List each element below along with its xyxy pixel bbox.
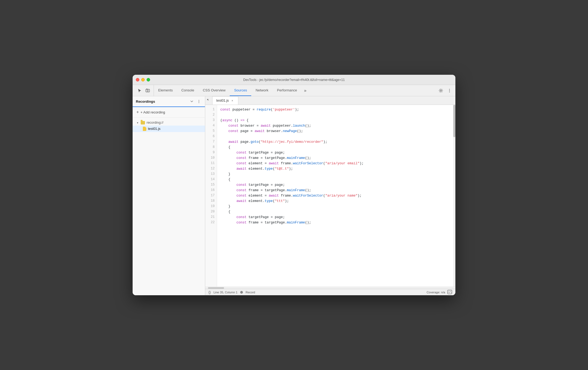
tab-css-overview[interactable]: CSS Overview [199, 85, 230, 96]
code-line-5: const page = await browser.newPage(); [220, 129, 455, 134]
horizontal-scrollbar[interactable] [205, 287, 455, 289]
title-bar: DevTools - jec.fyi/demo/recorder?email=t… [133, 75, 455, 85]
svg-point-6 [449, 91, 450, 92]
svg-point-4 [449, 89, 450, 90]
coverage-status: Coverage: n/a [427, 291, 445, 294]
sidebar: Recordings [133, 96, 205, 295]
sidebar-expand-btn[interactable] [189, 98, 195, 104]
code-line-17: const element = await frame.waitForSelec… [220, 193, 455, 198]
code-line-12: await element.type("t@t.t"); [220, 166, 455, 172]
devtools-window: DevTools - jec.fyi/demo/recorder?email=t… [133, 75, 455, 295]
status-left: {} Line 35, Column 1 Record [208, 290, 255, 294]
nav-tabs: Elements Console CSS Overview Sources Ne… [154, 85, 435, 96]
code-line-2 [220, 112, 455, 118]
line-num-21: 21 [205, 215, 217, 220]
folder-label: recording:// [147, 121, 164, 124]
add-recording-btn[interactable]: + + Add recording [133, 107, 205, 118]
tree-file-item[interactable]: test01.js [133, 126, 205, 132]
scrollbar-thumb[interactable] [453, 105, 455, 137]
add-recording-label: + Add recording [140, 110, 165, 114]
gear-icon-btn[interactable] [437, 87, 445, 94]
main-content: Recordings [133, 96, 455, 295]
editor-area: test01.js × 1 2 3 4 5 6 7 8 9 10 11 [205, 96, 455, 295]
more-tabs-button[interactable]: » [301, 85, 309, 96]
format-icon[interactable]: {} [208, 290, 211, 294]
screenshot-icon-btn[interactable] [144, 87, 151, 94]
file-tree: ▾ recording:// test01.js [133, 118, 205, 295]
tab-network[interactable]: Network [251, 85, 273, 96]
sidebar-header: Recordings [133, 96, 205, 107]
code-line-8: { [220, 145, 455, 150]
file-label: test01.js [148, 127, 161, 131]
editor-tab-test01[interactable]: test01.js × [212, 96, 238, 105]
svg-point-3 [440, 90, 442, 91]
code-line-7: await page.goto("https://jec.fyi/demo/re… [220, 139, 455, 145]
tab-sources[interactable]: Sources [230, 85, 251, 96]
svg-point-2 [147, 90, 148, 91]
svg-point-8 [199, 101, 199, 102]
code-editor[interactable]: 1 2 3 4 5 6 7 8 9 10 11 12 13 14 15 16 1 [205, 105, 455, 287]
folder-icon [141, 121, 145, 124]
code-line-6 [220, 134, 455, 139]
sidebar-header-icons [189, 98, 202, 104]
traffic-lights [136, 78, 150, 81]
devtools-nav: Elements Console CSS Overview Sources Ne… [133, 85, 455, 96]
tab-performance[interactable]: Performance [273, 85, 301, 96]
close-button[interactable] [136, 78, 139, 81]
code-content[interactable]: const puppeteer = require('puppeteer'); … [217, 105, 455, 287]
scrollbar-track[interactable] [453, 105, 455, 287]
horiz-scrollbar-thumb[interactable] [208, 287, 224, 289]
code-line-15: const targetPage = page; [220, 182, 455, 188]
svg-point-9 [199, 102, 199, 103]
code-line-19: } [220, 204, 455, 209]
minimize-button[interactable] [141, 78, 145, 81]
line-num-3: 3 [205, 118, 217, 123]
line-num-8: 8 [205, 145, 217, 150]
cursor-icon-btn[interactable] [136, 87, 143, 94]
line-num-10: 10 [205, 155, 217, 161]
line-num-12: 12 [205, 166, 217, 172]
editor-tabs: test01.js × [205, 96, 455, 105]
record-label[interactable]: Record [246, 291, 255, 294]
svg-rect-0 [146, 89, 150, 92]
editor-nav-back[interactable] [205, 96, 212, 105]
line-num-18: 18 [205, 198, 217, 204]
line-num-13: 13 [205, 172, 217, 177]
line-num-22: 22 [205, 220, 217, 225]
line-num-6: 6 [205, 134, 217, 139]
code-line-3: (async () => { [220, 118, 455, 123]
line-num-20: 20 [205, 209, 217, 215]
line-num-15: 15 [205, 182, 217, 188]
tab-elements[interactable]: Elements [154, 85, 177, 96]
line-num-16: 16 [205, 188, 217, 193]
line-num-14: 14 [205, 177, 217, 182]
status-right: Coverage: n/a [427, 290, 452, 295]
nav-icons-group [134, 85, 154, 96]
screenshot-btn[interactable] [447, 290, 452, 295]
line-num-2: 2 [205, 112, 217, 118]
code-line-16: const frame = targetPage.mainFrame(); [220, 188, 455, 193]
sidebar-more-btn[interactable] [196, 98, 202, 104]
status-bar: {} Line 35, Column 1 Record Coverage: n/… [205, 289, 455, 295]
code-line-10: const frame = targetPage.mainFrame(); [220, 155, 455, 161]
line-num-4: 4 [205, 123, 217, 129]
svg-point-5 [449, 90, 450, 91]
code-line-18: await element.type("ttt"); [220, 198, 455, 204]
tab-console[interactable]: Console [177, 85, 199, 96]
line-num-5: 5 [205, 129, 217, 134]
editor-tab-close-btn[interactable]: × [231, 99, 234, 102]
code-line-13: } [220, 172, 455, 177]
line-num-19: 19 [205, 204, 217, 209]
three-dots-menu-btn[interactable] [446, 87, 453, 94]
file-icon [143, 127, 146, 131]
code-line-11: const element = await frame.waitForSelec… [220, 161, 455, 166]
code-line-14: { [220, 177, 455, 182]
record-dot-icon [240, 291, 243, 294]
svg-rect-1 [146, 89, 147, 89]
folder-arrow-icon: ▾ [136, 121, 139, 124]
line-num-7: 7 [205, 139, 217, 145]
line-numbers: 1 2 3 4 5 6 7 8 9 10 11 12 13 14 15 16 1 [205, 105, 217, 287]
maximize-button[interactable] [147, 78, 150, 81]
tree-folder-item[interactable]: ▾ recording:// [133, 120, 205, 126]
code-line-20: { [220, 209, 455, 215]
